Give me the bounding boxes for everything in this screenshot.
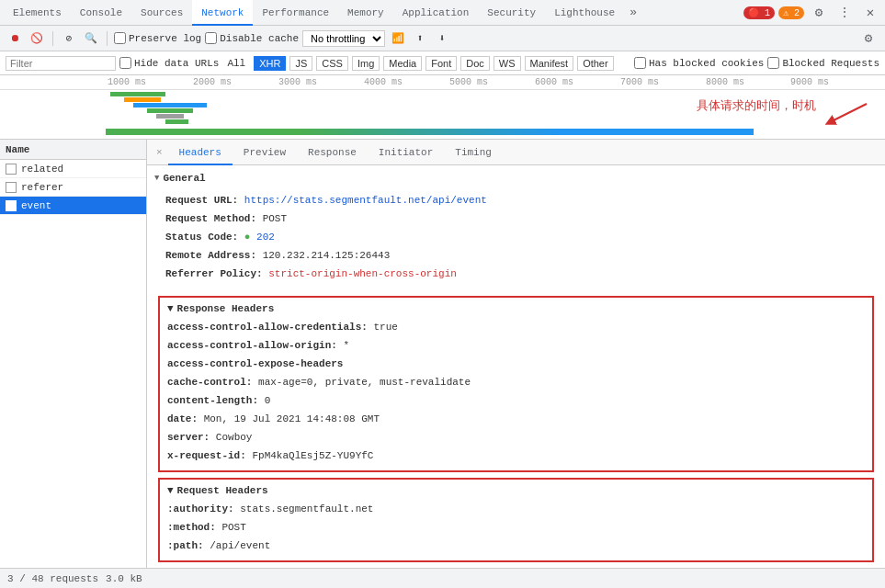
- filter-other[interactable]: Other: [577, 56, 614, 71]
- tab-initiator[interactable]: Initiator: [368, 140, 444, 165]
- timeline-annotation: 具体请求的时间，时机: [821, 99, 876, 130]
- tab-console[interactable]: Console: [71, 0, 131, 26]
- wf-row-3: [133, 103, 207, 107]
- tick-9000: 9000 ms: [790, 77, 829, 87]
- filter-font[interactable]: Font: [425, 56, 457, 71]
- tick-6000: 6000 ms: [535, 77, 573, 87]
- req-item-related[interactable]: related: [0, 160, 146, 178]
- throttle-select[interactable]: No throttling: [302, 30, 385, 47]
- request-list-header: Name: [0, 140, 146, 160]
- disable-cache-checkbox[interactable]: [205, 32, 217, 44]
- toolbar-gear-icon[interactable]: ⚙: [857, 28, 879, 50]
- response-headers-wrapper: ▼ Response Headers access-control-allow-…: [154, 296, 878, 472]
- wf-row-4: [147, 108, 193, 113]
- disable-cache-label[interactable]: Disable cache: [205, 32, 299, 44]
- devtools-tab-bar: Elements Console Sources Network Perform…: [0, 0, 885, 26]
- resp-h-expose: access-control-expose-headers: [167, 355, 865, 373]
- sep1: [52, 31, 53, 46]
- filter-media[interactable]: Media: [383, 56, 422, 71]
- tab-overflow[interactable]: »: [624, 6, 642, 19]
- general-section-title[interactable]: ▼ General: [154, 169, 878, 187]
- filter-css[interactable]: CSS: [316, 56, 348, 71]
- all-filter-btn[interactable]: All: [222, 57, 250, 70]
- timeline-area: 1000 ms 2000 ms 3000 ms 4000 ms 5000 ms …: [0, 75, 885, 140]
- tab-preview[interactable]: Preview: [233, 140, 297, 165]
- tab-security[interactable]: Security: [478, 0, 545, 26]
- clear-button[interactable]: 🚫: [28, 29, 46, 48]
- preserve-log-checkbox[interactable]: [114, 32, 126, 44]
- referrer-policy-row: Referrer Policy: strict-origin-when-cros…: [165, 265, 878, 283]
- wf-row-2: [124, 97, 161, 102]
- req-item-referer[interactable]: referer: [0, 178, 146, 197]
- tab-memory[interactable]: Memory: [338, 0, 393, 26]
- tick-1000: 1000 ms: [108, 77, 146, 87]
- request-method-row: Request Method: POST: [165, 209, 878, 228]
- filter-js[interactable]: JS: [289, 56, 312, 71]
- request-headers-section: ▼ Request Headers :authority: stats.segm…: [158, 478, 874, 562]
- filter-img[interactable]: Img: [352, 56, 380, 71]
- resp-h-cache: cache-control: max-age=0, private, must-…: [167, 373, 865, 391]
- response-headers-triangle: ▼: [167, 303, 174, 314]
- filter-manifest[interactable]: Manifest: [525, 56, 574, 71]
- filter-icon[interactable]: ⊘: [60, 29, 78, 48]
- blocked-requests-checkbox[interactable]: [767, 57, 779, 69]
- req-h-authority: :authority: stats.segmentfault.net: [167, 500, 865, 518]
- req-h-method: :method: POST: [167, 518, 865, 537]
- waterfall-area[interactable]: 具体请求的时间，时机: [0, 90, 885, 140]
- response-headers-section: ▼ Response Headers access-control-allow-…: [158, 296, 874, 472]
- tick-3000: 3000 ms: [278, 77, 317, 87]
- request-headers-wrapper: ▼ Request Headers :authority: stats.segm…: [154, 478, 878, 562]
- status-size: 3.0 kB: [106, 573, 142, 584]
- response-headers-title[interactable]: ▼ Response Headers: [167, 303, 865, 314]
- has-blocked-cookies-checkbox[interactable]: [634, 57, 646, 69]
- record-button[interactable]: ⏺: [6, 29, 24, 48]
- sub-tabs: × Headers Preview Response Initiator Tim…: [147, 140, 885, 165]
- tab-elements[interactable]: Elements: [4, 0, 71, 26]
- tick-5000: 5000 ms: [449, 77, 488, 87]
- tab-headers[interactable]: Headers: [168, 140, 233, 165]
- preserve-log-label[interactable]: Preserve log: [114, 32, 201, 44]
- hide-data-urls-checkbox[interactable]: [119, 57, 131, 69]
- close-icon[interactable]: ✕: [859, 2, 881, 24]
- tab-sources[interactable]: Sources: [131, 0, 192, 26]
- warn-badge: ⚠ 2: [778, 6, 804, 19]
- tab-lighthouse[interactable]: Lighthouse: [545, 0, 624, 26]
- tab-network[interactable]: Network: [192, 0, 253, 26]
- tab-timing[interactable]: Timing: [444, 140, 503, 165]
- more-icon[interactable]: ⋮: [834, 2, 856, 24]
- req-item-event[interactable]: event: [0, 197, 146, 215]
- has-blocked-cookies-label[interactable]: Has blocked cookies: [634, 57, 764, 69]
- filter-doc[interactable]: Doc: [460, 56, 490, 71]
- tab-response[interactable]: Response: [297, 140, 368, 165]
- resp-h-request-id: x-request-id: FpM4kaQlEsj5Z-YU9YfC: [167, 447, 865, 465]
- right-panel: × Headers Preview Response Initiator Tim…: [147, 140, 885, 568]
- tab-performance[interactable]: Performance: [253, 0, 338, 26]
- filter-ws[interactable]: WS: [494, 56, 521, 71]
- blocked-requests-label[interactable]: Blocked Requests: [767, 57, 879, 69]
- arrow-svg: [821, 99, 876, 127]
- export-icon[interactable]: ⬇: [433, 29, 451, 48]
- sep2: [107, 31, 108, 46]
- sub-tab-close[interactable]: ×: [151, 140, 168, 165]
- tick-4000: 4000 ms: [364, 77, 403, 87]
- settings-icon[interactable]: ⚙: [808, 2, 830, 24]
- wf-row-6: [165, 119, 188, 124]
- wf-row-1: [110, 92, 165, 96]
- import-icon[interactable]: ⬆: [411, 29, 429, 48]
- tab-application[interactable]: Application: [393, 0, 479, 26]
- remote-address-row: Remote Address: 120.232.214.125:26443: [165, 246, 878, 265]
- error-badge: 🔴 1: [743, 6, 775, 19]
- req-checkbox-event[interactable]: [6, 200, 17, 211]
- search-icon[interactable]: 🔍: [82, 29, 100, 48]
- resp-h-content-length: content-length: 0: [167, 391, 865, 410]
- filter-xhr[interactable]: XHR: [254, 56, 286, 71]
- req-checkbox-referer[interactable]: [6, 182, 17, 193]
- req-checkbox-related[interactable]: [6, 164, 17, 175]
- request-headers-title[interactable]: ▼ Request Headers: [167, 485, 865, 496]
- filter-input[interactable]: [6, 56, 116, 71]
- resp-h-origin: access-control-allow-origin: *: [167, 336, 865, 355]
- request-list-panel: Name related referer event: [0, 140, 147, 568]
- general-triangle: ▼: [154, 174, 159, 183]
- network-conditions-icon[interactable]: 📶: [389, 29, 407, 48]
- hide-data-urls-label[interactable]: Hide data URLs: [119, 57, 219, 69]
